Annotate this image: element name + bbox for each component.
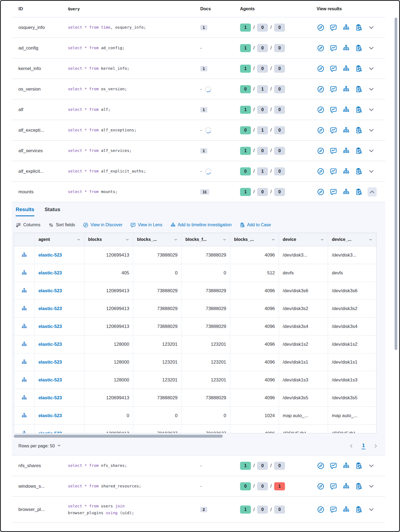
view-in-lens-button[interactable] bbox=[329, 462, 337, 470]
grid-horizontal-scrollbar[interactable] bbox=[14, 435, 223, 438]
add-to-timeline-button[interactable] bbox=[342, 482, 350, 490]
row-timeline-button[interactable] bbox=[21, 270, 27, 276]
view-in-lens-button[interactable] bbox=[329, 85, 337, 93]
add-to-case-button[interactable] bbox=[355, 85, 363, 93]
agent-link[interactable]: elastic-523 bbox=[38, 252, 62, 258]
agent-link[interactable]: elastic-523 bbox=[38, 288, 62, 294]
agent-link[interactable]: elastic-523 bbox=[38, 395, 62, 401]
page-number-button[interactable]: 1 bbox=[362, 443, 365, 449]
view-in-discover-button[interactable] bbox=[317, 167, 325, 175]
previous-page-button[interactable] bbox=[349, 443, 354, 449]
row-timeline-button[interactable] bbox=[21, 288, 27, 294]
view-in-discover-button[interactable] bbox=[317, 147, 325, 155]
add-to-timeline-button[interactable] bbox=[342, 65, 350, 73]
grid-column-header-4[interactable]: blocks_... bbox=[230, 233, 279, 246]
grid-column-header-0[interactable]: agent bbox=[35, 233, 84, 246]
add-to-timeline-button[interactable] bbox=[342, 44, 350, 52]
add-to-case-button[interactable] bbox=[355, 44, 363, 52]
add-to-timeline-button[interactable] bbox=[342, 167, 350, 175]
view-in-discover-button[interactable] bbox=[317, 44, 325, 52]
row-timeline-button[interactable] bbox=[21, 341, 27, 347]
row-timeline-button[interactable] bbox=[21, 252, 27, 258]
view-in-lens-button[interactable] bbox=[329, 126, 337, 134]
expand-row-button[interactable] bbox=[368, 106, 375, 114]
add-to-timeline-button[interactable] bbox=[342, 188, 350, 196]
add-to-timeline-button[interactable] bbox=[342, 462, 350, 470]
tab-results[interactable]: Results bbox=[16, 207, 34, 216]
view-in-discover-button[interactable] bbox=[317, 482, 325, 490]
add-to-case-button[interactable] bbox=[355, 126, 363, 134]
view-in-discover-button[interactable] bbox=[317, 106, 325, 114]
view-in-discover-button[interactable] bbox=[317, 85, 325, 93]
row-timeline-button[interactable] bbox=[21, 306, 27, 311]
grid-column-header-5[interactable]: device bbox=[279, 233, 328, 246]
grid-column-header-3[interactable]: blocks_f... bbox=[182, 233, 230, 246]
view-in-lens-button[interactable] bbox=[329, 482, 337, 490]
view-in-discover-button[interactable] bbox=[317, 65, 325, 73]
grid-column-header-1[interactable]: blocks bbox=[84, 233, 133, 246]
agent-link[interactable]: elastic-523 bbox=[38, 270, 62, 276]
row-timeline-button[interactable] bbox=[21, 324, 27, 329]
view-in-discover-button[interactable] bbox=[317, 188, 325, 196]
view-in-lens-button[interactable] bbox=[329, 147, 337, 155]
view-in-lens-button[interactable] bbox=[329, 167, 337, 175]
toolbar-view-in-discover-button[interactable]: View in Discover bbox=[83, 222, 122, 228]
toolbar-view-in-lens-button[interactable]: View in Lens bbox=[130, 222, 162, 228]
add-to-case-button[interactable] bbox=[355, 106, 363, 114]
agent-link[interactable]: elastic-523 bbox=[38, 324, 62, 329]
rows-per-page-selector[interactable]: Rows per page: 50 bbox=[18, 444, 61, 448]
row-timeline-button[interactable] bbox=[21, 395, 27, 401]
row-timeline-button[interactable] bbox=[21, 431, 27, 433]
agent-link[interactable]: elastic-523 bbox=[38, 342, 62, 347]
view-in-lens-button[interactable] bbox=[329, 188, 337, 196]
view-in-discover-button[interactable] bbox=[317, 462, 325, 470]
agent-link[interactable]: elastic-523 bbox=[38, 431, 62, 433]
agent-link[interactable]: elastic-523 bbox=[38, 360, 62, 365]
expand-row-button[interactable] bbox=[368, 127, 375, 134]
expand-row-button[interactable] bbox=[368, 506, 375, 513]
add-to-case-button[interactable] bbox=[355, 65, 363, 73]
view-in-discover-button[interactable] bbox=[317, 506, 325, 514]
add-to-case-button[interactable] bbox=[355, 462, 363, 470]
tab-status[interactable]: Status bbox=[45, 207, 60, 216]
agent-link[interactable]: elastic-523 bbox=[38, 306, 62, 311]
row-timeline-button[interactable] bbox=[21, 359, 27, 365]
grid-column-header-2[interactable]: blocks_... bbox=[133, 233, 182, 246]
view-in-lens-button[interactable] bbox=[329, 44, 337, 52]
page-vertical-scrollbar[interactable] bbox=[395, 18, 397, 350]
agent-link[interactable]: elastic-523 bbox=[38, 413, 62, 418]
toolbar-add-to-case-button[interactable]: Add to Case bbox=[240, 222, 271, 228]
add-to-timeline-button[interactable] bbox=[342, 147, 350, 155]
expand-row-button[interactable] bbox=[368, 24, 375, 31]
add-to-case-button[interactable] bbox=[355, 24, 363, 32]
add-to-timeline-button[interactable] bbox=[342, 506, 350, 514]
view-in-discover-button[interactable] bbox=[317, 24, 325, 32]
expand-row-button[interactable] bbox=[368, 147, 375, 155]
view-in-lens-button[interactable] bbox=[329, 506, 337, 514]
expand-row-button[interactable] bbox=[368, 44, 375, 52]
add-to-timeline-button[interactable] bbox=[342, 85, 350, 93]
toolbar-add-to-timeline-investigation-button[interactable]: Add to timeline investigation bbox=[171, 222, 232, 228]
add-to-timeline-button[interactable] bbox=[342, 126, 350, 134]
expand-row-button[interactable] bbox=[368, 462, 375, 470]
collapse-row-button[interactable] bbox=[368, 187, 377, 197]
add-to-case-button[interactable] bbox=[355, 167, 363, 175]
view-in-discover-button[interactable] bbox=[317, 126, 325, 134]
add-to-case-button[interactable] bbox=[355, 506, 363, 514]
add-to-case-button[interactable] bbox=[355, 188, 363, 196]
view-in-lens-button[interactable] bbox=[329, 24, 337, 32]
expand-row-button[interactable] bbox=[368, 85, 375, 93]
expand-row-button[interactable] bbox=[368, 483, 375, 490]
toolbar-columns-button[interactable]: Columns bbox=[16, 222, 40, 228]
add-to-case-button[interactable] bbox=[355, 482, 363, 490]
row-timeline-button[interactable] bbox=[21, 413, 27, 418]
add-to-timeline-button[interactable] bbox=[342, 106, 350, 114]
grid-column-header-6[interactable]: device_... bbox=[328, 233, 376, 246]
add-to-case-button[interactable] bbox=[355, 147, 363, 155]
expand-row-button[interactable] bbox=[368, 65, 375, 72]
view-in-lens-button[interactable] bbox=[329, 65, 337, 73]
agent-link[interactable]: elastic-523 bbox=[38, 377, 62, 383]
next-page-button[interactable] bbox=[373, 443, 378, 449]
add-to-timeline-button[interactable] bbox=[342, 24, 350, 32]
view-in-lens-button[interactable] bbox=[329, 106, 337, 114]
